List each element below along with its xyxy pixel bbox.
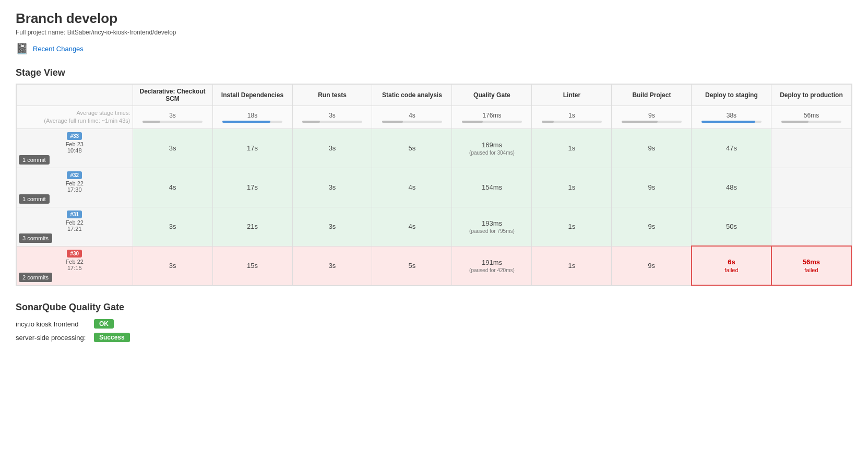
avg-cell-2: 3s <box>292 106 372 129</box>
stage-cell-0-5: 1s <box>532 128 612 168</box>
stage-cell-1-6: 9s <box>612 168 692 207</box>
avg-row: Average stage times:(Average full run ti… <box>17 106 852 129</box>
build-row-2: #31Feb 2217:213 commits3s21s3s4s193ms(pa… <box>17 207 852 246</box>
commit-btn-3[interactable]: 2 commits <box>19 273 52 282</box>
build-badge-3[interactable]: #30 <box>67 250 82 258</box>
cell-time-3-5: 1s <box>534 262 609 270</box>
cell-sub-2-4: (paused for 795ms) <box>454 228 529 234</box>
cell-time-1-6: 9s <box>614 183 689 191</box>
cell-time-1-7: 48s <box>694 183 769 191</box>
stage-cell-2-7: 50s <box>692 207 771 246</box>
recent-changes-section: 📓 Recent Changes <box>16 42 852 55</box>
cell-time-2-5: 1s <box>534 223 609 230</box>
sonar-badge-1: Success <box>94 333 130 342</box>
cell-time-0-4: 169ms <box>454 141 529 149</box>
cell-time-2-3: 4s <box>374 223 449 230</box>
cell-time-1-4: 154ms <box>454 183 529 191</box>
cell-time-0-6: 9s <box>614 144 689 152</box>
stage-cell-0-2: 3s <box>292 128 372 168</box>
build-row-3: #30Feb 2217:152 commits3s15s3s5s191ms(pa… <box>17 246 852 285</box>
avg-cell-0: 3s <box>133 106 212 129</box>
stage-cell-3-3: 5s <box>372 246 452 285</box>
build-date-1: Feb 2217:30 <box>19 180 130 193</box>
sonar-label-1: server-side processing: <box>16 334 89 342</box>
notebook-icon: 📓 <box>16 42 29 55</box>
sonar-section: SonarQube Quality Gate incy.io kiosk fro… <box>16 302 852 342</box>
cell-time-3-1: 15s <box>215 262 290 270</box>
avg-cell-1: 18s <box>212 106 292 129</box>
sonar-row-0: incy.io kiosk frontendOK <box>16 319 852 329</box>
stage-cell-1-7: 48s <box>692 168 771 207</box>
cell-time-3-8: 56ms <box>774 258 849 266</box>
stage-cell-3-1: 15s <box>212 246 292 285</box>
page-subtitle: Full project name: BitSaber/incy-io-kios… <box>16 29 852 36</box>
cell-time-3-4: 191ms <box>454 259 529 266</box>
cell-time-0-0: 3s <box>135 144 210 152</box>
stage-cell-2-6: 9s <box>612 207 692 246</box>
commit-btn-1[interactable]: 1 commit <box>19 194 50 204</box>
commit-btn-0[interactable]: 1 commit <box>19 155 50 165</box>
build-badge-0[interactable]: #33 <box>67 132 82 140</box>
stage-cell-2-0: 3s <box>133 207 212 246</box>
cell-time-2-2: 3s <box>295 223 370 230</box>
cell-time-1-1: 17s <box>215 183 290 191</box>
cell-time-0-5: 1s <box>534 144 609 152</box>
cell-time-0-7: 47s <box>694 144 769 152</box>
stage-cell-3-6: 9s <box>612 246 692 285</box>
avg-cell-5: 1s <box>532 106 612 129</box>
stage-cell-0-4: 169ms(paused for 304ms) <box>452 128 532 168</box>
commit-btn-2[interactable]: 3 commits <box>19 233 52 243</box>
cell-failed-3-8: failed <box>774 267 849 273</box>
stage-cell-2-1: 21s <box>212 207 292 246</box>
stage-cell-0-8 <box>771 128 851 168</box>
avg-cell-4: 176ms <box>452 106 532 129</box>
col-header-quality-gate: Quality Gate <box>452 85 532 106</box>
build-badge-1[interactable]: #32 <box>67 171 82 179</box>
stage-cell-3-7: 6sfailed <box>692 246 771 285</box>
cell-time-1-2: 3s <box>295 183 370 191</box>
stage-cell-3-8: 56msfailed <box>771 246 851 285</box>
avg-cell-8: 56ms <box>771 106 851 129</box>
col-header-run-tests: Run tests <box>292 85 372 106</box>
stage-cell-1-8 <box>771 168 851 207</box>
stage-cell-0-1: 17s <box>212 128 292 168</box>
build-date-2: Feb 2217:21 <box>19 219 130 232</box>
col-header-linter: Linter <box>532 85 612 106</box>
sonar-title: SonarQube Quality Gate <box>16 302 852 313</box>
build-cell-2: #31Feb 2217:213 commits <box>17 207 133 246</box>
cell-time-2-6: 9s <box>614 223 689 230</box>
stage-cell-3-0: 3s <box>133 246 212 285</box>
cell-time-1-3: 4s <box>374 183 449 191</box>
stage-cell-3-5: 1s <box>532 246 612 285</box>
cell-sub-0-4: (paused for 304ms) <box>454 150 529 156</box>
build-badge-2[interactable]: #31 <box>67 210 82 218</box>
cell-failed-3-7: failed <box>694 267 769 273</box>
cell-sub-3-4: (paused for 420ms) <box>454 267 529 273</box>
avg-cell-3: 4s <box>372 106 452 129</box>
avg-cell-6: 9s <box>612 106 692 129</box>
cell-time-3-7: 6s <box>694 258 769 266</box>
cell-time-0-1: 17s <box>215 144 290 152</box>
avg-label: Average stage times:(Average full run ti… <box>17 106 133 129</box>
sonar-badge-0: OK <box>94 319 114 329</box>
stage-cell-0-6: 9s <box>612 128 692 168</box>
col-header-deploy-production: Deploy to production <box>771 85 851 106</box>
sonar-label-0: incy.io kiosk frontend <box>16 320 89 328</box>
recent-changes-link[interactable]: Recent Changes <box>33 45 84 53</box>
build-header <box>17 85 133 106</box>
build-row-1: #32Feb 2217:301 commit4s17s3s4s154ms1s9s… <box>17 168 852 207</box>
stage-view-container: Declarative: Checkout SCM Install Depend… <box>16 84 852 286</box>
cell-time-1-5: 1s <box>534 183 609 191</box>
build-cell-0: #33Feb 2310:481 commit <box>17 128 133 168</box>
stage-cell-1-2: 3s <box>292 168 372 207</box>
cell-time-1-0: 4s <box>135 183 210 191</box>
stage-cell-2-8 <box>771 207 851 246</box>
col-header-static-code: Static code analysis <box>372 85 452 106</box>
avg-cell-7: 38s <box>692 106 771 129</box>
cell-time-3-3: 5s <box>374 262 449 270</box>
cell-time-2-7: 50s <box>694 223 769 230</box>
cell-time-3-6: 9s <box>614 262 688 270</box>
stage-cell-0-3: 5s <box>372 128 452 168</box>
cell-time-3-2: 3s <box>295 262 370 270</box>
col-header-install: Install Dependencies <box>212 85 292 106</box>
